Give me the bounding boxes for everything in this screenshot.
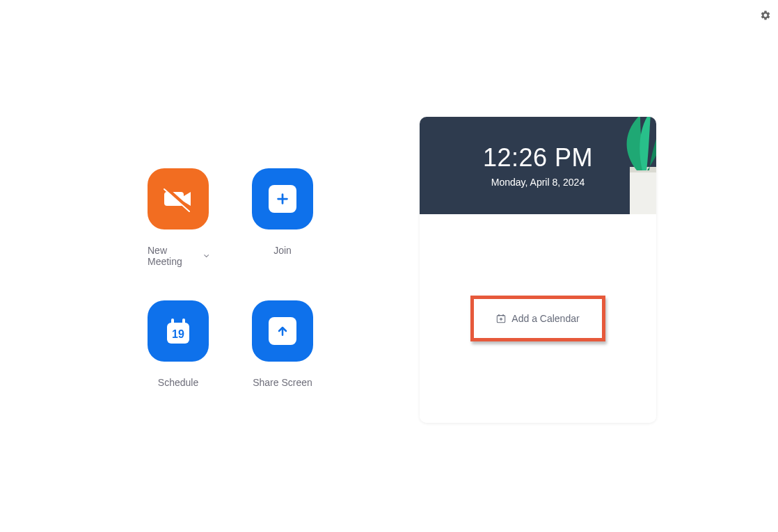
video-off-icon <box>161 182 195 216</box>
gear-icon <box>760 10 771 21</box>
chevron-down-icon[interactable] <box>204 253 209 259</box>
plus-icon <box>275 191 290 207</box>
join-button[interactable]: Join <box>252 168 313 267</box>
schedule-tile: 19 <box>148 300 209 362</box>
share-screen-tile <box>252 300 313 362</box>
share-screen-button[interactable]: Share Screen <box>252 300 313 388</box>
calendar-plus-icon <box>496 314 506 323</box>
join-label: Join <box>273 245 292 256</box>
share-screen-label: Share Screen <box>253 377 312 388</box>
svg-rect-4 <box>182 319 185 325</box>
clock-time: 12:26 PM <box>483 143 593 172</box>
new-meeting-label-row: New Meeting <box>148 245 209 267</box>
schedule-button[interactable]: 19 Schedule <box>148 300 209 388</box>
calendar-day-number: 19 <box>172 328 184 340</box>
svg-rect-5 <box>630 167 656 214</box>
actions-grid: New Meeting Join 19 Schedule <box>148 168 313 388</box>
calendar-icon: 19 <box>161 314 195 348</box>
new-meeting-button[interactable]: New Meeting <box>148 168 209 267</box>
join-inner <box>269 185 296 213</box>
settings-button[interactable] <box>760 10 771 21</box>
calendar-panel: 12:26 PM Monday, April 8, 2024 Add a Cal… <box>420 117 656 423</box>
plant-decoration <box>602 117 656 214</box>
add-calendar-button[interactable]: Add a Calendar <box>470 296 605 341</box>
svg-rect-3 <box>171 319 174 325</box>
share-inner <box>269 317 296 345</box>
schedule-label: Schedule <box>158 377 198 388</box>
new-meeting-tile <box>148 168 209 229</box>
new-meeting-label: New Meeting <box>148 245 200 267</box>
calendar-body: Add a Calendar <box>420 214 656 423</box>
arrow-up-icon <box>276 324 289 338</box>
add-calendar-label: Add a Calendar <box>511 313 579 324</box>
clock-date: Monday, April 8, 2024 <box>491 177 585 188</box>
calendar-header: 12:26 PM Monday, April 8, 2024 <box>420 117 656 214</box>
join-tile <box>252 168 313 229</box>
